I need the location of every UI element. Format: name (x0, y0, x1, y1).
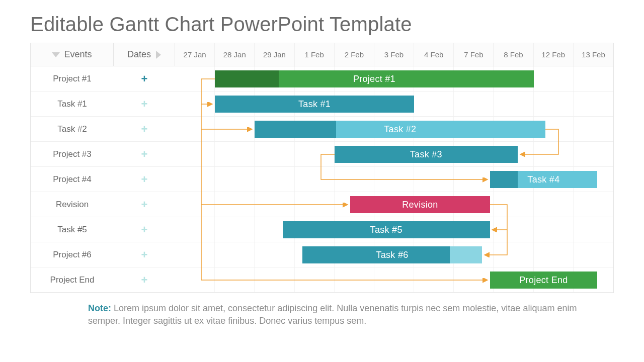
row-expand-cell[interactable]: + (114, 217, 175, 242)
gantt-row: Task #1+ (31, 92, 613, 117)
events-label: Events (64, 49, 92, 60)
plus-icon[interactable]: + (141, 149, 148, 160)
timeline-date-cell: 7 Feb (454, 43, 494, 66)
row-expand-cell[interactable]: + (114, 267, 175, 292)
gantt-row: Task #5+ (31, 217, 613, 242)
note-text: Lorem ipsum dolor sit amet, consectetur … (88, 303, 577, 326)
gantt-row: Revision+ (31, 192, 613, 217)
row-label: Task #1 (31, 92, 114, 116)
chevron-right-icon (156, 51, 161, 59)
row-label: Task #2 (31, 117, 114, 141)
timeline-date-cell: 8 Feb (494, 43, 533, 66)
timeline-date-cell: 2 Feb (335, 43, 374, 66)
plus-icon[interactable]: + (141, 199, 148, 210)
row-label: Project End (31, 267, 114, 292)
row-expand-cell[interactable]: + (114, 92, 175, 116)
row-label: Task #5 (31, 217, 114, 242)
plus-icon[interactable]: + (141, 99, 148, 110)
row-expand-cell[interactable]: + (114, 66, 175, 91)
row-expand-cell[interactable]: + (114, 192, 175, 217)
plus-icon[interactable]: + (141, 73, 148, 84)
slide-title: Editable Gantt Chart PowerPoint Template (30, 13, 614, 36)
timeline-date-cell: 13 Feb (574, 43, 613, 66)
chevron-down-icon (52, 52, 60, 57)
timeline-date-cell: 1 Feb (295, 43, 335, 66)
gantt-row: Project #6+ (31, 242, 613, 267)
dates-label: Dates (127, 49, 151, 60)
timeline-date-cell: 29 Jan (255, 43, 294, 66)
footer-note: Note: Lorem ipsum dolor sit amet, consec… (88, 302, 584, 327)
row-expand-cell[interactable]: + (114, 117, 175, 141)
timeline-date-cell: 3 Feb (374, 43, 414, 66)
column-header-dates: Dates (114, 43, 175, 66)
gantt-row: Project #1+ (31, 66, 613, 92)
timeline-date-cell: 28 Jan (215, 43, 255, 66)
row-label: Project #4 (31, 167, 114, 192)
gantt-row: Project #3+ (31, 142, 613, 167)
row-label: Project #1 (31, 66, 114, 91)
gantt-body: Project #1+Task #1+Task #2+Project #3+Pr… (31, 66, 613, 293)
row-label: Project #6 (31, 242, 114, 267)
gantt-chart: Events Dates 27 Jan28 Jan29 Jan1 Feb2 Fe… (30, 43, 614, 293)
gantt-row: Project #4+ (31, 167, 613, 192)
timeline-date-cell: 27 Jan (175, 43, 215, 66)
plus-icon[interactable]: + (141, 174, 148, 185)
plus-icon[interactable]: + (141, 275, 148, 286)
row-expand-cell[interactable]: + (114, 242, 175, 267)
note-label: Note: (88, 303, 111, 313)
gantt-row: Task #2+ (31, 117, 613, 142)
column-header-events: Events (31, 43, 114, 66)
row-label: Revision (31, 192, 114, 217)
gantt-row: Project End+ (31, 267, 613, 293)
gantt-header: Events Dates 27 Jan28 Jan29 Jan1 Feb2 Fe… (31, 43, 613, 66)
row-label: Project #3 (31, 142, 114, 166)
plus-icon[interactable]: + (141, 224, 148, 235)
plus-icon[interactable]: + (141, 249, 148, 260)
plus-icon[interactable]: + (141, 124, 148, 135)
row-expand-cell[interactable]: + (114, 167, 175, 192)
row-expand-cell[interactable]: + (114, 142, 175, 166)
timeline-date-cell: 12 Feb (534, 43, 574, 66)
timeline-date-cell: 4 Feb (414, 43, 454, 66)
